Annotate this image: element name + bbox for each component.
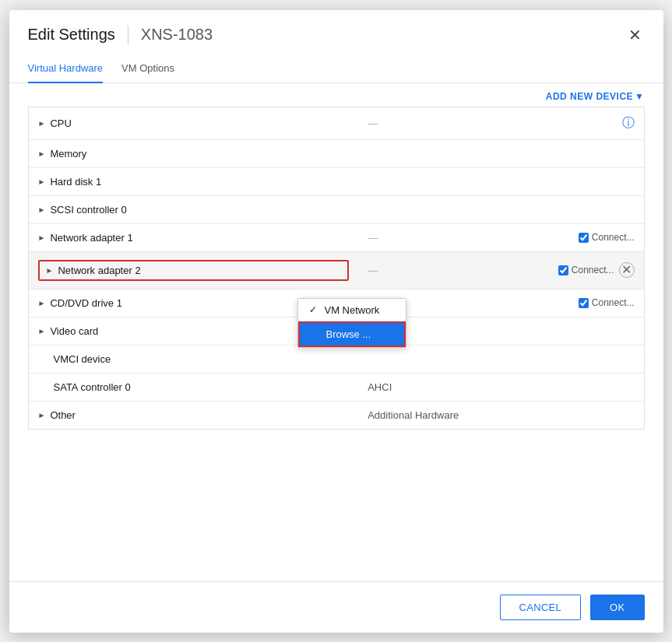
expand-icon[interactable]: ► [46,266,54,275]
close-button[interactable]: ✕ [625,24,645,46]
expand-icon[interactable]: ► [38,177,46,186]
dropdown-item-label: Browse ... [326,328,371,340]
expand-icon[interactable]: ► [38,149,46,158]
remove-button[interactable]: ✕ [619,262,635,278]
hw-item-name: Video card [50,325,98,337]
edit-settings-dialog: Edit Settings XNS-1083 ✕ Virtual Hardwar… [9,10,663,633]
connect-checkbox[interactable] [579,233,589,243]
expand-icon[interactable]: ► [38,205,46,214]
selected-row-name: ► Network adapter 2 [38,260,350,281]
add-new-device-button[interactable]: ADD NEW DEVICE ▼ [546,91,645,102]
hw-item-name: Hard disk 1 [50,176,101,188]
tab-virtual-hardware[interactable]: Virtual Hardware [28,54,104,83]
hw-item-value: — [368,232,378,244]
cancel-button[interactable]: CANCEL [500,595,582,620]
hw-item-name: Memory [50,148,86,160]
vm-name: XNS-1083 [141,26,213,44]
info-icon[interactable]: ⓘ [622,116,635,129]
hw-item-name: SCSI controller 0 [50,204,126,216]
table-row: SATA controller 0 AHCI [28,373,644,401]
tab-vm-options[interactable]: VM Options [121,54,174,83]
dialog-title: Edit Settings [28,26,115,44]
network-dropdown-popup: ✓ VM Network Browse ... [297,298,406,348]
dropdown-item-vm-network[interactable]: ✓ VM Network [298,299,406,321]
connect-label: Connect... [558,265,614,275]
expand-icon[interactable]: ► [38,233,46,242]
hw-item-name: VMCI device [54,353,111,365]
table-row: ► Other Additional Hardware [28,401,644,429]
hw-item-value: AHCI [368,381,392,393]
add-device-bar: ADD NEW DEVICE ▼ [28,83,645,107]
chevron-down-icon: ▼ [635,91,644,102]
header-separator [128,26,128,44]
ok-button[interactable]: OK [590,595,644,620]
table-row: ► SCSI controller 0 [28,195,644,223]
connect-label: Connect... [579,232,635,243]
hw-item-name: Other [50,409,76,421]
hw-item-value: — [368,118,378,129]
expand-icon[interactable]: ► [38,119,46,128]
dialog-footer: CANCEL OK [9,581,663,633]
dialog-header: Edit Settings XNS-1083 ✕ [9,10,663,46]
hw-item-value: Additional Hardware [368,409,459,421]
connect-label: Connect... [579,297,635,308]
hw-item-name: Network adapter 1 [50,232,132,244]
connect-checkbox[interactable] [579,298,589,308]
table-row: ► Network adapter 1 — Connect... [28,223,644,251]
expand-icon[interactable]: ► [38,299,46,307]
expand-icon[interactable]: ► [38,411,46,419]
dropdown-item-browse[interactable]: Browse ... [298,321,406,347]
dropdown-item-label: VM Network [325,304,380,316]
hw-item-name: Network adapter 2 [58,265,140,276]
hw-item-value: — [368,265,378,276]
checkmark-icon: ✓ [309,304,320,315]
table-row: ► Hard disk 1 [28,167,644,195]
table-row: ► Memory [28,139,644,167]
connect-checkbox[interactable] [558,265,568,275]
hw-item-name: CD/DVD drive 1 [50,297,121,309]
table-row: VMCI device [28,345,644,373]
tabs-bar: Virtual Hardware VM Options [9,54,663,83]
table-row: ► Network adapter 2 — Connect... ✕ [28,251,644,289]
expand-icon[interactable]: ► [38,327,46,335]
hw-item-name: CPU [50,118,71,129]
hardware-table: ► CPU — ⓘ ► Memory [28,107,645,430]
table-row: ► CPU — ⓘ [28,107,644,139]
hw-item-name: SATA controller 0 [54,381,131,393]
